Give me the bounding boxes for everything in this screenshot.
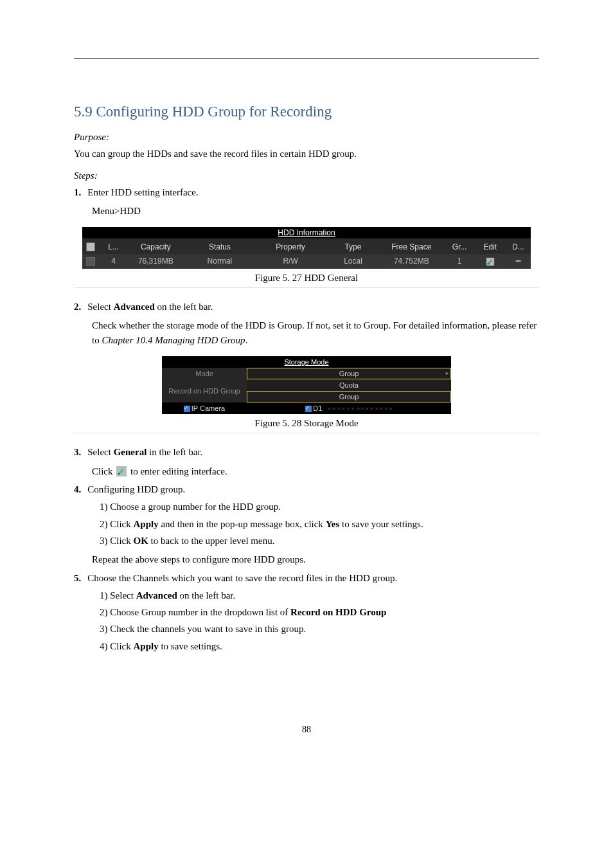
hdd-table-title: HDD Information <box>82 227 531 239</box>
step-5: 5.Choose the Channels which you want to … <box>74 571 539 586</box>
chevron-down-icon: ▾ <box>445 370 449 377</box>
edit-icon[interactable] <box>486 257 495 266</box>
checkbox-row[interactable] <box>86 257 95 266</box>
checkbox-ipcamera[interactable] <box>184 406 190 412</box>
cell-property: R/W <box>254 254 328 269</box>
col-status: Status <box>186 239 253 254</box>
col-property: Property <box>254 239 328 254</box>
col-free: Free Space <box>379 239 445 254</box>
step-4-2: 2) Click Apply and then in the pop-up me… <box>100 517 539 532</box>
step-5-1: 1) Select Advanced on the left bar. <box>100 588 539 603</box>
cell-gr: 1 <box>444 254 475 269</box>
step-5-4: 4) Click Apply to save settings. <box>100 639 539 654</box>
step-1-path: Menu>HDD <box>92 204 539 219</box>
step-5-3: 3) Check the channels you want to save i… <box>100 622 539 637</box>
checkbox-d1[interactable] <box>305 406 312 412</box>
edit-icon <box>116 466 127 476</box>
purpose-text: You can group the HDDs and save the reco… <box>74 147 539 161</box>
d1-label: D1 <box>313 404 322 412</box>
header-rule <box>74 58 539 59</box>
figure-rule <box>74 287 539 288</box>
step-4-3: 3) Click OK to back to the upper level m… <box>100 534 539 548</box>
storage-mode-table: Storage Mode Mode Group▾ Record on HDD G… <box>162 356 451 414</box>
col-type: Type <box>327 239 378 254</box>
step-4-1: 1) Choose a group number for the HDD gro… <box>100 500 539 514</box>
cell-status: Normal <box>186 254 253 269</box>
col-l: L... <box>102 239 125 254</box>
cell-l: 4 <box>102 254 125 269</box>
ipcamera-label: IP Camera <box>162 402 247 414</box>
step-4: 4.Configuring HDD group. <box>74 482 539 497</box>
steps-label: Steps: <box>74 170 539 181</box>
cell-capacity: 76,319MB <box>125 254 186 269</box>
storage-title: Storage Mode <box>162 356 451 368</box>
col-edit: Edit <box>475 239 506 254</box>
option-group[interactable]: Group <box>247 391 451 402</box>
step-3-detail: Click to enter editing interface. <box>92 464 539 479</box>
col-d: D... <box>506 239 531 254</box>
page-number: 88 <box>74 725 539 735</box>
figure-27-caption: Figure 5. 27 HDD General <box>74 273 539 284</box>
cell-delete[interactable]: ━ <box>506 254 531 269</box>
col-gr: Gr... <box>444 239 475 254</box>
step-3: 3.Select General in the left bar. <box>74 445 539 460</box>
option-quota[interactable]: Quota <box>247 379 451 391</box>
step-1: 1.Enter HDD setting interface. <box>74 185 539 200</box>
step-2: 2.Select Advanced on the left bar. <box>74 300 539 314</box>
cell-edit[interactable] <box>475 254 506 269</box>
svg-rect-1 <box>487 264 488 265</box>
table-row: 4 76,319MB Normal R/W Local 74,752MB 1 ━ <box>82 254 531 269</box>
purpose-label: Purpose: <box>74 132 539 143</box>
checkbox-all[interactable] <box>86 242 95 251</box>
cell-type: Local <box>327 254 378 269</box>
ipcamera-row: D1 ▪▫▪ ▪▫▪ ▪▫▪ ▪▫▪ ▪▫▪ ▪▫▪ ▪▫▪ <box>247 402 451 414</box>
minus-icon[interactable]: ━ <box>513 257 523 266</box>
figure-28-caption: Figure 5. 28 Storage Mode <box>74 418 539 429</box>
step-1-text: Enter HDD setting interface. <box>87 187 198 197</box>
mode-dropdown[interactable]: Group▾ <box>247 368 451 379</box>
svg-rect-3 <box>118 473 120 475</box>
step-2-detail: Check whether the storage mode of the HD… <box>92 318 539 347</box>
hdd-information-table: HDD Information L... Capacity Status Pro… <box>82 227 531 269</box>
record-group-label: Record on HDD Group <box>162 379 247 402</box>
cell-free: 74,752MB <box>379 254 445 269</box>
col-capacity: Capacity <box>125 239 186 254</box>
figure-storage-mode: Storage Mode Mode Group▾ Record on HDD G… <box>74 356 539 414</box>
step-4-repeat: Repeat the above steps to configure more… <box>92 552 539 567</box>
mode-label: Mode <box>162 368 247 379</box>
figure-hdd-general: HDD Information L... Capacity Status Pro… <box>74 227 539 269</box>
figure-rule-2 <box>74 433 539 433</box>
step-5-2: 2) Choose Group number in the dropdown l… <box>100 605 539 620</box>
section-heading: 5.9 Configuring HDD Group for Recording <box>74 104 539 120</box>
